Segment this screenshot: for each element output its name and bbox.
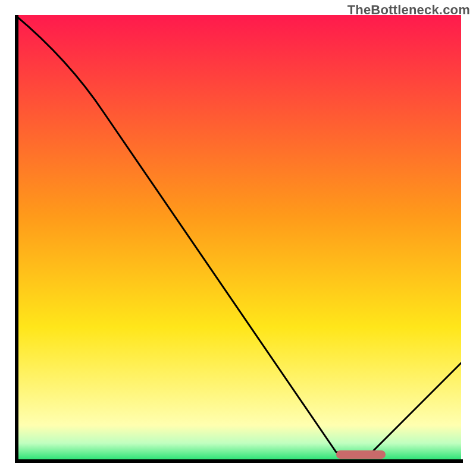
optimal-range-marker	[336, 450, 386, 459]
plot-area	[15, 15, 461, 461]
x-axis	[15, 459, 463, 463]
plot-svg	[15, 15, 461, 461]
y-axis	[15, 15, 18, 463]
bottleneck-chart: TheBottleneck.com	[0, 0, 476, 476]
